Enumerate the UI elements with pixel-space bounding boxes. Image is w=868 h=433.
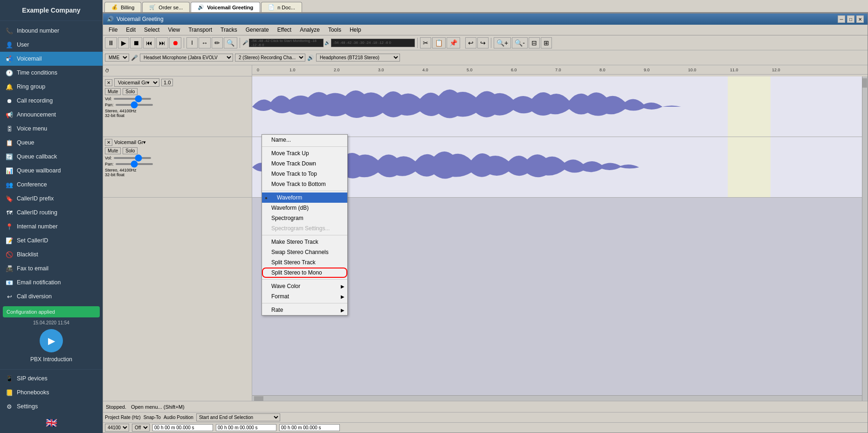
sidebar-item-voice-menu[interactable]: 🎛 Voice menu: [0, 122, 103, 136]
output-device-select[interactable]: Headphones (BT218 Stereo): [316, 54, 400, 62]
sidebar-item-internal-number[interactable]: 📍 Internal number: [0, 220, 103, 234]
input-device-select[interactable]: Headset Microphone (Jabra EVOLV: [140, 54, 233, 62]
track1-name-dropdown[interactable]: Voicemail Gr▾: [114, 78, 159, 87]
sidebar-item-inbound-number[interactable]: 📞 Inbound number: [0, 24, 103, 38]
menu-view[interactable]: View: [164, 26, 184, 34]
sidebar-item-user[interactable]: 👤 User: [0, 38, 103, 52]
close-button[interactable]: ✕: [856, 15, 864, 23]
menu-transport[interactable]: Transport: [185, 26, 216, 34]
vertical-scrollbar[interactable]: [862, 76, 868, 401]
track1-volume-slider[interactable]: [114, 98, 151, 100]
language-flag[interactable]: 🇬🇧: [0, 413, 103, 432]
sidebar-item-queue-callback[interactable]: 🔄 Queue callback: [0, 150, 103, 164]
ctx-split-stereo-mono[interactable]: Split Stereo to Mono: [262, 268, 347, 278]
ctx-move-track-top[interactable]: Move Track to Top: [262, 169, 347, 179]
rewind-button[interactable]: ⏮: [143, 37, 155, 48]
project-rate-select[interactable]: 44100: [105, 424, 129, 432]
snap-to-select[interactable]: Off: [132, 424, 150, 432]
sidebar-item-time-conditions[interactable]: 🕐 Time conditions: [0, 66, 103, 80]
tab-billing[interactable]: 💰 Billing: [104, 2, 141, 12]
play-button[interactable]: ▶: [118, 37, 129, 48]
selection-end-input[interactable]: [279, 424, 340, 431]
sidebar-item-call-recording[interactable]: ⏺ Call recording: [0, 94, 103, 108]
sidebar-item-callerid-prefix[interactable]: 🔖 CallerID prefix: [0, 192, 103, 206]
selection-start-input[interactable]: [216, 424, 276, 431]
sidebar-item-queue-wallboard[interactable]: 📊 Queue wallboard: [0, 164, 103, 178]
minimize-button[interactable]: ─: [838, 15, 845, 23]
sidebar-item-queue[interactable]: 📋 Queue: [0, 136, 103, 150]
menu-tools[interactable]: Tools: [324, 26, 345, 34]
tab-doc[interactable]: 📄 n Doc...: [261, 2, 302, 12]
stop-button[interactable]: ⏹: [130, 37, 142, 48]
audio-host-select[interactable]: MME: [105, 54, 129, 62]
ctx-waveform-db[interactable]: Waveform (dB): [262, 203, 347, 213]
copy-tool[interactable]: 📋: [432, 37, 446, 48]
sidebar-item-conference[interactable]: 👥 Conference: [0, 178, 103, 192]
pbx-play-button[interactable]: ▶: [40, 329, 63, 352]
track1-close-button[interactable]: ✕: [105, 79, 112, 86]
sidebar-item-call-diversion[interactable]: ↩ Call diversion: [0, 289, 103, 303]
zoom-in-btn[interactable]: 🔍+: [494, 37, 511, 48]
ctx-rate[interactable]: Rate ▶: [262, 305, 347, 315]
draw-tool[interactable]: ✏: [212, 37, 223, 48]
track2-pan-slider[interactable]: [116, 163, 153, 165]
ctx-waveform[interactable]: ● Waveform: [262, 192, 347, 203]
scroll-thumb[interactable]: [254, 396, 263, 401]
ctx-split-stereo-track[interactable]: Split Stereo Track: [262, 257, 347, 268]
track2-close-button[interactable]: ✕: [105, 139, 112, 146]
ctx-swap-stereo[interactable]: Swap Stereo Channels: [262, 247, 347, 257]
zoom-sel-btn[interactable]: ⊞: [541, 37, 552, 48]
sidebar-item-fax-email[interactable]: 📠 Fax to email: [0, 261, 103, 275]
fast-forward-button[interactable]: ⏭: [156, 37, 168, 48]
tab-order[interactable]: 🛒 Order se...: [142, 2, 190, 12]
menu-tracks[interactable]: Tracks: [217, 26, 241, 34]
maximize-button[interactable]: □: [847, 15, 854, 23]
menu-effect[interactable]: Effect: [274, 26, 295, 34]
sidebar-item-sip-devices[interactable]: 📱 SIP devices: [0, 371, 103, 385]
menu-analyze[interactable]: Analyze: [296, 26, 324, 34]
sidebar-item-phonebooks[interactable]: 📒 Phonebooks: [0, 385, 103, 399]
ctx-move-track-bottom[interactable]: Move Track to Bottom: [262, 179, 347, 189]
record-button[interactable]: ⏺: [169, 37, 181, 48]
ctx-wave-color[interactable]: Wave Color ▶: [262, 281, 347, 291]
horizontal-scrollbar[interactable]: [252, 395, 862, 401]
zoom-tool[interactable]: 🔍: [224, 37, 237, 48]
sidebar-item-email-notification[interactable]: 📧 Email notification: [0, 275, 103, 289]
selection-tool[interactable]: ↔: [199, 37, 211, 48]
zoom-fit-btn[interactable]: ⊟: [529, 37, 540, 48]
ctx-make-stereo[interactable]: Make Stereo Track: [262, 237, 347, 247]
cut-tool[interactable]: ✂: [420, 37, 431, 48]
selection-mode-select[interactable]: Start and End of Selection: [196, 413, 280, 421]
menu-file[interactable]: File: [105, 26, 121, 34]
sidebar-item-ring-group[interactable]: 🔔 Ring group: [0, 80, 103, 94]
ctx-format[interactable]: Format ▶: [262, 291, 347, 302]
ctx-move-track-up[interactable]: Move Track Up: [262, 148, 347, 158]
ctx-spectrogram[interactable]: Spectrogram: [262, 213, 347, 223]
menu-edit[interactable]: Edit: [122, 26, 139, 34]
sidebar-item-set-callerid[interactable]: 📝 Set CallerID: [0, 234, 103, 247]
menu-select[interactable]: Select: [140, 26, 163, 34]
track1-solo-button[interactable]: Solo: [123, 88, 138, 95]
undo-tool[interactable]: ↩: [465, 37, 476, 48]
menu-generate[interactable]: Generate: [242, 26, 273, 34]
ctx-move-track-down[interactable]: Move Track Down: [262, 158, 347, 169]
sidebar-item-announcement[interactable]: 📢 Announcement: [0, 108, 103, 122]
sidebar-item-settings[interactable]: ⚙ Settings: [0, 399, 103, 413]
track2-mute-button[interactable]: Mute: [105, 147, 121, 154]
pause-button[interactable]: ⏸: [105, 37, 117, 48]
audio-position-input[interactable]: [152, 424, 213, 431]
zoom-out-btn[interactable]: 🔍-: [512, 37, 528, 48]
paste-tool[interactable]: 📌: [447, 37, 460, 48]
ibeam-tool[interactable]: I: [186, 37, 198, 48]
track1-mute-button[interactable]: Mute: [105, 88, 121, 95]
track1-pan-slider[interactable]: [116, 104, 153, 106]
redo-tool[interactable]: ↪: [477, 37, 489, 48]
sidebar-item-blacklist[interactable]: 🚫 Blacklist: [0, 247, 103, 261]
sidebar-item-voicemail[interactable]: 📬 Voicemail: [0, 52, 103, 66]
track1-waveform[interactable]: [252, 76, 862, 137]
menu-help[interactable]: Help: [346, 26, 365, 34]
vscroll-thumb[interactable]: [862, 78, 867, 88]
track2-solo-button[interactable]: Solo: [123, 147, 138, 154]
record-channels-select[interactable]: 2 (Stereo) Recording Cha...: [235, 54, 305, 62]
tab-voicemail-greeting[interactable]: 🔊 Voicemail Greeting: [191, 2, 260, 12]
